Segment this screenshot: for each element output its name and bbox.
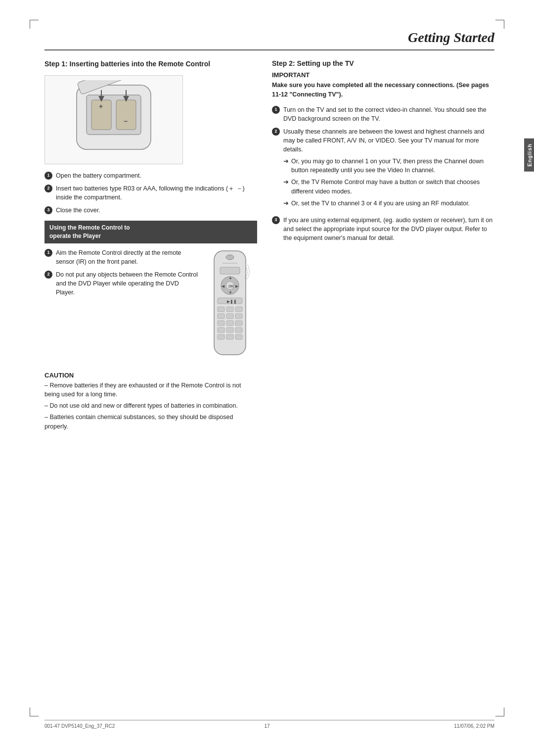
svg-text:▶: ▶: [235, 284, 239, 288]
remote-step-number-2: 2: [44, 271, 52, 279]
svg-rect-26: [226, 314, 233, 319]
step1-heading: Step 1: Inserting batteries into the Rem…: [44, 59, 257, 69]
step2-heading: Step 2: Setting up the TV: [272, 59, 494, 67]
caution-item-1: – Remove batteries if they are exhausted…: [44, 381, 257, 400]
svg-text:−: −: [124, 117, 128, 125]
caution-item-2: – Do not use old and new or different ty…: [44, 401, 257, 411]
remote-steps-list: 1 Aim the Remote Control directly at the…: [44, 248, 198, 297]
footer-left: 001-47 DVP5140_Eng_37_RC2: [44, 723, 115, 729]
battery-steps-list: 1 Open the battery compartment. 2 Insert…: [44, 171, 257, 215]
remote-step-2: 2 Do not put any objects between the Rem…: [44, 270, 198, 297]
svg-rect-28: [218, 321, 224, 326]
svg-rect-34: [218, 334, 224, 339]
page-container: English Getting Started Step 1: Insertin…: [0, 0, 534, 756]
battery-step-2: 2 Insert two batteries type R03 or AAA, …: [44, 184, 257, 202]
english-tab: English: [524, 139, 534, 172]
arrow-item-2: ➜ Or, the TV Remote Control may have a b…: [283, 178, 494, 195]
remote-svg: OK ▲ ▼ ◀ ▶ ▶❚❚: [205, 248, 255, 362]
step2-item-1: 1 Turn on the TV and set to the correct …: [272, 105, 494, 123]
svg-rect-32: [226, 328, 233, 332]
step2-num-2: 2: [272, 128, 280, 136]
remote-text: 1 Aim the Remote Control directly at the…: [44, 248, 198, 364]
corner-mark-bottom-right: [495, 708, 504, 716]
step2-num-3: 3: [272, 216, 280, 224]
step-number-1: 1: [44, 172, 52, 180]
svg-rect-35: [226, 334, 233, 339]
svg-text:OK: OK: [228, 284, 234, 288]
svg-rect-33: [235, 328, 242, 332]
battery-svg: + −: [52, 80, 176, 159]
svg-rect-36: [235, 334, 242, 339]
remote-step-number-1: 1: [44, 249, 52, 257]
svg-rect-29: [226, 321, 233, 326]
page-title: Getting Started: [44, 30, 494, 50]
step-number-2: 2: [44, 185, 52, 192]
svg-text:▲: ▲: [228, 276, 232, 280]
arrow-sym-2: ➜: [283, 178, 289, 195]
svg-rect-23: [226, 307, 233, 312]
remote-section: 1 Aim the Remote Control directly at the…: [44, 248, 257, 364]
corner-mark-top-left: [30, 20, 39, 29]
remote-step-1: 1 Aim the Remote Control directly at the…: [44, 248, 198, 266]
battery-image: + −: [44, 75, 183, 164]
step2-item-2: 2 Usually these channels are between the…: [272, 127, 494, 211]
using-remote-box: Using the Remote Control to operate the …: [44, 221, 257, 243]
svg-text:▼: ▼: [228, 290, 232, 295]
right-column: Step 2: Setting up the TV IMPORTANT Make…: [272, 59, 494, 433]
step2-num-1: 1: [272, 106, 280, 114]
arrow-sym-1: ➜: [283, 157, 289, 175]
important-text: Make sure you have completed all the nec…: [272, 81, 494, 99]
main-content: Step 1: Inserting batteries into the Rem…: [44, 59, 494, 433]
caution-title: CAUTION: [44, 372, 257, 379]
caution-section: CAUTION – Remove batteries if they are e…: [44, 372, 257, 431]
arrow-item-1: ➜ Or, you may go to channel 1 on your TV…: [283, 157, 494, 175]
svg-text:+: +: [99, 102, 103, 110]
svg-rect-12: [220, 267, 240, 274]
svg-rect-27: [235, 314, 242, 319]
left-column: Step 1: Inserting batteries into the Rem…: [44, 59, 257, 433]
arrow-item-3: ➜ Or, set the TV to channel 3 or 4 if yo…: [283, 199, 494, 208]
svg-rect-24: [235, 307, 242, 312]
battery-step-3: 3 Close the cover.: [44, 206, 257, 215]
svg-text:◀: ◀: [222, 284, 225, 288]
step2-main-steps: 1 Turn on the TV and set to the correct …: [272, 105, 494, 243]
arrow-sym-3: ➜: [283, 199, 289, 208]
svg-rect-22: [218, 307, 224, 312]
step2-item-3: 3 If you are using external equipment, (…: [272, 216, 494, 242]
svg-rect-25: [218, 314, 224, 319]
svg-text:▶❚❚: ▶❚❚: [227, 299, 237, 304]
caution-text: – Remove batteries if they are exhausted…: [44, 381, 257, 431]
svg-point-10: [226, 255, 234, 260]
step-number-3: 3: [44, 206, 52, 214]
corner-mark-top-right: [495, 20, 504, 29]
footer-right: 11/07/06, 2:02 PM: [454, 723, 494, 729]
battery-step-1: 1 Open the battery compartment.: [44, 171, 257, 180]
caution-item-3: – Batteries contain chemical substances,…: [44, 413, 257, 431]
svg-rect-30: [235, 321, 242, 326]
page-number: 17: [264, 720, 269, 729]
svg-rect-31: [218, 328, 224, 332]
remote-image: OK ▲ ▼ ◀ ▶ ▶❚❚: [205, 248, 257, 364]
important-label: IMPORTANT: [272, 71, 494, 79]
corner-mark-bottom-left: [30, 708, 39, 716]
svg-rect-3: [116, 100, 136, 130]
